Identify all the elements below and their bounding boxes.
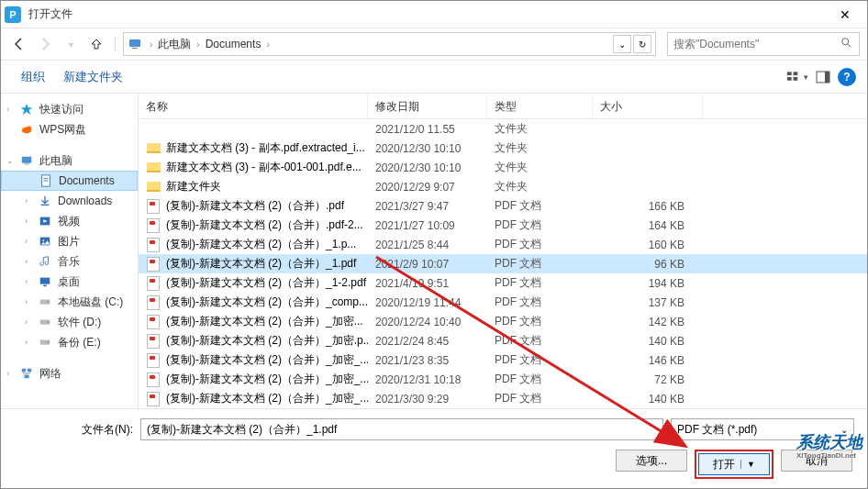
video-icon	[38, 214, 52, 228]
filename-input[interactable]	[140, 418, 663, 440]
sidebar-item[interactable]: ›图片	[1, 231, 138, 251]
folder-icon	[146, 180, 161, 194]
sidebar-item[interactable]: ›视频	[1, 211, 138, 231]
view-options-button[interactable]: ▾	[786, 66, 808, 88]
table-row[interactable]: (复制)-新建文本文档 (2)（合并）_1-2.pdf2021/4/19 9:5…	[139, 273, 867, 293]
sidebar-item[interactable]: ›Downloads	[1, 191, 138, 211]
watermark: 系统天地 XiTongTianDi.net	[796, 434, 862, 460]
expand-icon[interactable]: ›	[25, 257, 28, 266]
sidebar-item[interactable]: ›桌面	[1, 272, 138, 292]
table-row[interactable]: (复制)-新建文本文档 (2)（合并）_加密...2020/12/24 10:4…	[139, 312, 867, 331]
expand-icon[interactable]: ›	[25, 217, 28, 226]
pdf-icon	[146, 295, 161, 310]
expand-icon[interactable]: ›	[25, 297, 28, 306]
up-button[interactable]	[85, 33, 107, 55]
titlebar: P 打开文件 ✕	[1, 1, 867, 28]
pdf-icon	[146, 238, 161, 252]
sidebar-item[interactable]: Documents	[1, 171, 138, 191]
expand-icon[interactable]: ›	[6, 105, 9, 114]
sidebar-item-label: WPS网盘	[39, 122, 86, 138]
new-folder-button[interactable]: 新建文件夹	[54, 65, 132, 89]
breadcrumb-item[interactable]: 此电脑	[156, 37, 193, 52]
file-size: 146 KB	[593, 354, 703, 367]
file-size: 142 KB	[593, 316, 703, 328]
file-size: 160 KB	[593, 239, 703, 251]
refresh-button[interactable]: ↻	[633, 35, 651, 53]
navbar: ▾ › 此电脑 › Documents › ⌄ ↻	[1, 28, 867, 61]
recent-dropdown[interactable]: ▾	[60, 33, 82, 55]
expand-icon[interactable]: ›	[25, 277, 28, 286]
expand-icon[interactable]: ⌄	[6, 156, 14, 165]
organize-button[interactable]: 组织	[12, 65, 54, 89]
file-type: 文件夹	[487, 160, 593, 175]
sidebar-item[interactable]: ›快速访问	[1, 99, 138, 119]
column-headers: 名称 修改日期 类型 大小	[139, 94, 867, 119]
search-box[interactable]	[667, 32, 860, 56]
help-button[interactable]: ?	[838, 68, 856, 86]
options-button[interactable]: 选项...	[616, 450, 687, 472]
sidebar-item-label: 图片	[58, 234, 80, 250]
sidebar-item[interactable]: ›网络	[1, 363, 138, 383]
table-row[interactable]: (复制)-新建文本文档 (2)（合并）_comp...2020/12/19 11…	[139, 293, 867, 312]
file-list[interactable]: 2021/12/0 11.55 文件夹 新建文本文档 (3) - 副本.pdf.…	[139, 119, 867, 408]
folder-icon	[146, 141, 161, 156]
chevron-down-icon[interactable]: ▼	[740, 460, 755, 469]
table-row[interactable]: 新建文本文档 (3) - 副本.pdf.extracted_i...2020/1…	[139, 139, 867, 158]
expand-icon[interactable]: ›	[25, 237, 28, 246]
table-row[interactable]: 2021/12/0 11.55 文件夹	[139, 119, 867, 139]
back-button[interactable]	[8, 33, 30, 55]
header-date[interactable]: 修改日期	[368, 94, 487, 118]
preview-pane-button[interactable]	[812, 66, 834, 88]
breadcrumb[interactable]: › 此电脑 › Documents › ⌄ ↻	[123, 32, 656, 56]
header-size[interactable]: 大小	[593, 94, 703, 118]
open-button[interactable]: 打开 ▼	[698, 453, 770, 475]
desktop-icon	[38, 274, 52, 289]
sidebar-item[interactable]: ⌄此电脑	[1, 150, 138, 171]
table-row[interactable]: 新建文件夹2020/12/29 9:07文件夹	[139, 177, 867, 196]
file-name: 新建文件夹	[166, 179, 221, 194]
search-input[interactable]	[673, 38, 840, 50]
folder-icon	[146, 161, 161, 175]
sidebar-item-label: 桌面	[58, 274, 80, 290]
app-icon: P	[5, 6, 21, 23]
file-name: (复制)-新建文本文档 (2)（合并）_comp...	[166, 295, 368, 310]
table-row[interactable]: (复制)-新建文本文档 (2)（合并）_1.pdf2021/2/9 10:07P…	[139, 254, 867, 273]
sidebar-item[interactable]: ›备份 (E:)	[1, 332, 138, 352]
svg-point-29	[48, 341, 50, 343]
breadcrumb-item[interactable]: Documents	[204, 38, 263, 50]
close-button[interactable]: ✕	[827, 2, 863, 28]
expand-icon[interactable]: ›	[25, 338, 28, 347]
sidebar-item[interactable]: ›本地磁盘 (C:)	[1, 292, 138, 312]
sidebar-item[interactable]: ›软件 (D:)	[1, 312, 138, 332]
header-name[interactable]: 名称	[139, 94, 368, 118]
filetype-label: PDF 文档 (*.pdf)	[677, 422, 757, 438]
table-row[interactable]: (复制)-新建文本文档 (2)（合并）_加密_...2021/1/23 8:35…	[139, 350, 867, 370]
sidebar-item[interactable]: WPS网盘	[1, 119, 138, 139]
table-row[interactable]: (复制)-新建文本文档 (2)（合并）.pdf2021/3/27 9:47PDF…	[139, 196, 867, 216]
table-row[interactable]: (复制)-新建文本文档 (2)（合并）.pdf-2...2021/1/27 10…	[139, 216, 867, 235]
svg-rect-14	[24, 164, 28, 165]
open-button-highlight: 打开 ▼	[695, 450, 773, 479]
table-row[interactable]: (复制)-新建文本文档 (2)（合并）_加密_...2020/12/31 10:…	[139, 370, 867, 389]
header-type[interactable]: 类型	[487, 94, 593, 118]
breadcrumb-dropdown[interactable]: ⌄	[613, 35, 631, 53]
sidebar-item[interactable]: ›音乐	[1, 251, 138, 272]
file-size: 166 KB	[593, 200, 703, 213]
filename-label: 文件名(N):	[14, 422, 133, 438]
svg-rect-22	[40, 278, 50, 284]
forward-button[interactable]	[34, 33, 56, 55]
dialog-title: 打开文件	[28, 6, 827, 22]
table-row[interactable]: 新建文本文档 (3) - 副本-001-001.pdf.e...2020/12/…	[139, 158, 867, 177]
table-row[interactable]: (复制)-新建文本文档 (2)（合并）_加密.p...2021/2/24 8:4…	[139, 331, 867, 350]
file-date: 2021/2/9 10:07	[368, 258, 487, 271]
table-row[interactable]: (复制)-新建文本文档 (2)（合并）_1.p...2021/1/25 8:44…	[139, 235, 867, 254]
svg-rect-32	[24, 375, 28, 379]
expand-icon[interactable]: ›	[6, 369, 9, 378]
file-name: (复制)-新建文本文档 (2)（合并）_1-2.pdf	[166, 275, 366, 291]
table-row[interactable]: (复制)-新建文本文档 (2)（合并）_加密_...2021/3/30 9:29…	[139, 389, 867, 408]
expand-icon[interactable]: ›	[25, 317, 28, 327]
music-icon	[38, 254, 52, 269]
sidebar-item-label: 网络	[39, 366, 61, 382]
file-date: 2021/1/27 10:09	[368, 219, 487, 232]
expand-icon[interactable]: ›	[25, 196, 28, 206]
